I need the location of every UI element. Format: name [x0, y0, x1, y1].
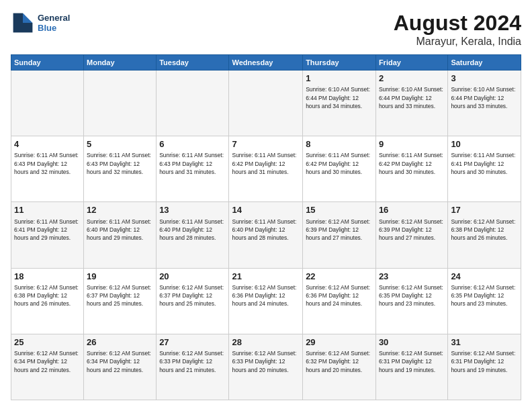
calendar-cell: 27Sunrise: 6:12 AM Sunset: 6:33 PM Dayli…: [157, 334, 229, 400]
calendar-cell: 18Sunrise: 6:12 AM Sunset: 6:38 PM Dayli…: [11, 268, 84, 334]
svg-marker-1: [23, 13, 32, 23]
day-number: 22: [306, 271, 373, 283]
calendar-cell: [157, 71, 229, 136]
day-info: Sunrise: 6:11 AM Sunset: 6:43 PM Dayligh…: [159, 151, 226, 176]
col-wednesday: Wednesday: [229, 55, 303, 71]
calendar-week-2: 11Sunrise: 6:11 AM Sunset: 6:41 PM Dayli…: [11, 202, 521, 268]
calendar-cell: 15Sunrise: 6:12 AM Sunset: 6:39 PM Dayli…: [303, 202, 376, 268]
day-number: 31: [451, 336, 518, 349]
day-number: 25: [14, 336, 81, 349]
calendar-cell: 10Sunrise: 6:11 AM Sunset: 6:41 PM Dayli…: [448, 136, 521, 202]
day-number: 28: [232, 336, 300, 349]
day-info: Sunrise: 6:12 AM Sunset: 6:33 PM Dayligh…: [159, 349, 226, 374]
svg-marker-2: [23, 23, 32, 32]
day-number: 16: [379, 204, 445, 216]
calendar-cell: 4Sunrise: 6:11 AM Sunset: 6:43 PM Daylig…: [11, 136, 84, 202]
logo: General Blue: [11, 11, 70, 35]
day-number: 5: [87, 138, 153, 150]
day-info: Sunrise: 6:11 AM Sunset: 6:41 PM Dayligh…: [451, 151, 518, 176]
location-title: Marayur, Kerala, India: [394, 36, 521, 48]
day-info: Sunrise: 6:12 AM Sunset: 6:31 PM Dayligh…: [379, 349, 445, 374]
day-number: 9: [379, 138, 445, 150]
day-number: 26: [87, 336, 153, 349]
day-number: 14: [232, 204, 300, 216]
day-info: Sunrise: 6:10 AM Sunset: 6:44 PM Dayligh…: [379, 85, 445, 110]
day-info: Sunrise: 6:12 AM Sunset: 6:36 PM Dayligh…: [232, 283, 300, 308]
day-number: 30: [379, 336, 445, 349]
day-info: Sunrise: 6:11 AM Sunset: 6:43 PM Dayligh…: [87, 151, 153, 176]
day-number: 11: [14, 204, 81, 216]
day-info: Sunrise: 6:11 AM Sunset: 6:43 PM Dayligh…: [14, 151, 81, 176]
calendar-week-3: 18Sunrise: 6:12 AM Sunset: 6:38 PM Dayli…: [11, 268, 521, 334]
col-sunday: Sunday: [11, 55, 84, 71]
day-number: 2: [379, 73, 445, 85]
calendar-cell: 30Sunrise: 6:12 AM Sunset: 6:31 PM Dayli…: [375, 334, 447, 400]
calendar-cell: 24Sunrise: 6:12 AM Sunset: 6:35 PM Dayli…: [448, 268, 521, 334]
calendar-cell: 11Sunrise: 6:11 AM Sunset: 6:41 PM Dayli…: [11, 202, 84, 268]
day-number: 23: [379, 271, 445, 283]
calendar-week-1: 4Sunrise: 6:11 AM Sunset: 6:43 PM Daylig…: [11, 136, 521, 202]
day-number: 10: [451, 138, 518, 150]
calendar-cell: 8Sunrise: 6:11 AM Sunset: 6:42 PM Daylig…: [303, 136, 376, 202]
day-number: 17: [451, 204, 518, 216]
col-thursday: Thursday: [303, 55, 376, 71]
calendar-cell: 21Sunrise: 6:12 AM Sunset: 6:36 PM Dayli…: [229, 268, 303, 334]
day-info: Sunrise: 6:12 AM Sunset: 6:34 PM Dayligh…: [14, 349, 81, 374]
logo-text: General Blue: [38, 13, 70, 33]
day-number: 15: [306, 204, 373, 216]
day-number: 18: [14, 271, 81, 283]
day-number: 29: [306, 336, 373, 349]
day-info: Sunrise: 6:12 AM Sunset: 6:32 PM Dayligh…: [306, 349, 373, 374]
day-info: Sunrise: 6:12 AM Sunset: 6:34 PM Dayligh…: [87, 349, 153, 374]
calendar-cell: 14Sunrise: 6:11 AM Sunset: 6:40 PM Dayli…: [229, 202, 303, 268]
day-info: Sunrise: 6:12 AM Sunset: 6:37 PM Dayligh…: [87, 283, 153, 308]
day-info: Sunrise: 6:11 AM Sunset: 6:42 PM Dayligh…: [379, 151, 445, 176]
calendar-cell: [11, 71, 84, 136]
calendar-cell: 12Sunrise: 6:11 AM Sunset: 6:40 PM Dayli…: [84, 202, 157, 268]
calendar-week-0: 1Sunrise: 6:10 AM Sunset: 6:44 PM Daylig…: [11, 71, 521, 136]
day-info: Sunrise: 6:11 AM Sunset: 6:42 PM Dayligh…: [232, 151, 300, 176]
day-info: Sunrise: 6:12 AM Sunset: 6:31 PM Dayligh…: [451, 349, 518, 374]
calendar-cell: 1Sunrise: 6:10 AM Sunset: 6:44 PM Daylig…: [303, 71, 376, 136]
day-number: 8: [306, 138, 373, 150]
calendar-cell: 25Sunrise: 6:12 AM Sunset: 6:34 PM Dayli…: [11, 334, 84, 400]
calendar-cell: 3Sunrise: 6:10 AM Sunset: 6:44 PM Daylig…: [448, 71, 521, 136]
day-info: Sunrise: 6:10 AM Sunset: 6:44 PM Dayligh…: [306, 85, 373, 110]
day-info: Sunrise: 6:12 AM Sunset: 6:38 PM Dayligh…: [14, 283, 81, 308]
calendar-cell: 28Sunrise: 6:12 AM Sunset: 6:33 PM Dayli…: [229, 334, 303, 400]
calendar-cell: 29Sunrise: 6:12 AM Sunset: 6:32 PM Dayli…: [303, 334, 376, 400]
calendar-cell: 9Sunrise: 6:11 AM Sunset: 6:42 PM Daylig…: [375, 136, 447, 202]
month-title: August 2024: [394, 11, 521, 36]
day-number: 3: [451, 73, 518, 85]
calendar-cell: 20Sunrise: 6:12 AM Sunset: 6:37 PM Dayli…: [157, 268, 229, 334]
calendar-cell: 2Sunrise: 6:10 AM Sunset: 6:44 PM Daylig…: [375, 71, 447, 136]
day-info: Sunrise: 6:11 AM Sunset: 6:40 PM Dayligh…: [232, 218, 300, 242]
col-tuesday: Tuesday: [157, 55, 229, 71]
day-info: Sunrise: 6:12 AM Sunset: 6:33 PM Dayligh…: [232, 349, 300, 374]
day-number: 12: [87, 204, 153, 216]
calendar-cell: 22Sunrise: 6:12 AM Sunset: 6:36 PM Dayli…: [303, 268, 376, 334]
calendar-cell: [229, 71, 303, 136]
svg-rect-3: [13, 13, 23, 33]
calendar-cell: 7Sunrise: 6:11 AM Sunset: 6:42 PM Daylig…: [229, 136, 303, 202]
calendar-cell: 6Sunrise: 6:11 AM Sunset: 6:43 PM Daylig…: [157, 136, 229, 202]
day-number: 4: [14, 138, 81, 150]
logo-icon: [11, 11, 35, 35]
col-friday: Friday: [375, 55, 447, 71]
day-number: 1: [306, 73, 373, 85]
day-info: Sunrise: 6:12 AM Sunset: 6:35 PM Dayligh…: [379, 283, 445, 308]
title-block: August 2024 Marayur, Kerala, India: [394, 11, 521, 48]
calendar-table: Sunday Monday Tuesday Wednesday Thursday…: [11, 54, 521, 400]
calendar-cell: 19Sunrise: 6:12 AM Sunset: 6:37 PM Dayli…: [84, 268, 157, 334]
day-info: Sunrise: 6:12 AM Sunset: 6:37 PM Dayligh…: [159, 283, 226, 308]
day-info: Sunrise: 6:12 AM Sunset: 6:36 PM Dayligh…: [306, 283, 373, 308]
day-number: 24: [451, 271, 518, 283]
header: General Blue August 2024 Marayur, Kerala…: [11, 11, 521, 48]
col-saturday: Saturday: [448, 55, 521, 71]
calendar-week-4: 25Sunrise: 6:12 AM Sunset: 6:34 PM Dayli…: [11, 334, 521, 400]
day-info: Sunrise: 6:12 AM Sunset: 6:38 PM Dayligh…: [451, 218, 518, 242]
calendar-cell: 26Sunrise: 6:12 AM Sunset: 6:34 PM Dayli…: [84, 334, 157, 400]
calendar-cell: 5Sunrise: 6:11 AM Sunset: 6:43 PM Daylig…: [84, 136, 157, 202]
day-info: Sunrise: 6:11 AM Sunset: 6:42 PM Dayligh…: [306, 151, 373, 176]
calendar-cell: 23Sunrise: 6:12 AM Sunset: 6:35 PM Dayli…: [375, 268, 447, 334]
